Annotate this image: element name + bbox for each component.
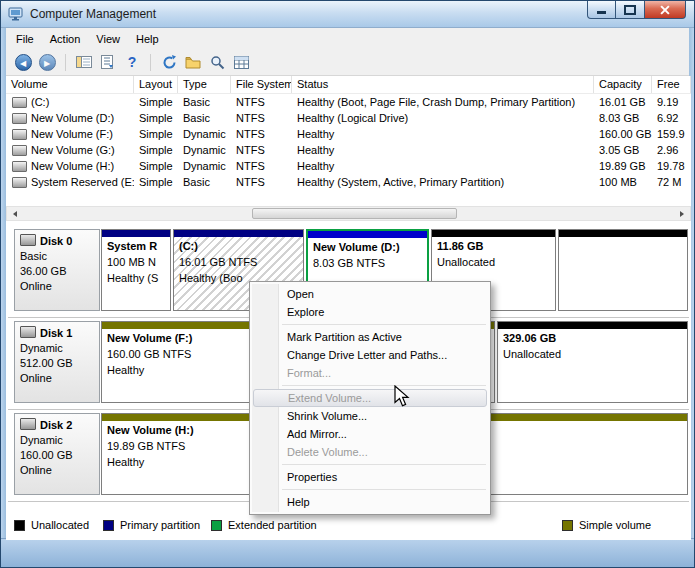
partition-h[interactable]: New Volume (H:) 19.89 GB NTFS Healthy xyxy=(101,413,251,495)
legend-extended-partition: Extended partition xyxy=(211,519,317,531)
primary-partition-strip xyxy=(102,230,170,237)
context-menu-item-explore[interactable]: Explore xyxy=(253,303,487,321)
volume-free: 159.9 xyxy=(652,128,691,140)
find-icon[interactable] xyxy=(206,51,228,73)
disk-label: Disk 1 xyxy=(40,327,72,339)
mouse-cursor xyxy=(394,385,411,409)
horizontal-scrollbar[interactable] xyxy=(6,206,691,221)
volume-file-system: NTFS xyxy=(231,128,292,140)
disk-label: Disk 0 xyxy=(40,235,72,247)
scroll-right-icon[interactable] xyxy=(674,207,690,220)
legend-bar: Unallocated Primary partition Extended p… xyxy=(6,512,691,540)
disk-size: 160.00 GB xyxy=(20,448,94,463)
disk-info-disk1[interactable]: Disk 1 Dynamic 512.00 GB Online xyxy=(14,321,100,403)
unallocated-strip xyxy=(432,230,555,237)
volume-free: 19.78 xyxy=(652,160,691,172)
menu-bar: File Action View Help xyxy=(6,28,689,49)
column-header-volume[interactable]: Volume xyxy=(6,76,134,93)
unallocated-strip xyxy=(559,230,687,237)
volume-row[interactable]: New Volume (F:) Simple Dynamic NTFS Heal… xyxy=(6,126,691,142)
column-header-file-system[interactable]: File System xyxy=(231,76,292,93)
logical-drive-strip xyxy=(308,231,427,238)
partition-system-reserved[interactable]: System R 100 MB N Healthy (S xyxy=(101,229,171,311)
volume-capacity: 19.89 GB xyxy=(594,160,652,172)
context-menu-separator xyxy=(282,464,486,465)
column-header-status[interactable]: Status xyxy=(292,76,594,93)
volume-capacity: 3.05 GB xyxy=(594,144,652,156)
export-list-icon[interactable] xyxy=(97,51,119,73)
context-menu-item-shrink-volume[interactable]: Shrink Volume... xyxy=(253,407,487,425)
context-menu-item-add-mirror[interactable]: Add Mirror... xyxy=(253,425,487,443)
volume-row[interactable]: System Reserved (E:) Simple Basic NTFS H… xyxy=(6,174,691,190)
scrollbar-thumb[interactable] xyxy=(252,208,457,219)
partition-status xyxy=(308,270,427,273)
column-header-capacity[interactable]: Capacity xyxy=(594,76,652,93)
window-title: Computer Management xyxy=(30,7,156,21)
volume-name: New Volume (D:) xyxy=(31,112,114,124)
primary-partition-strip xyxy=(174,230,303,237)
volume-name: New Volume (H:) xyxy=(31,160,114,172)
disk-icon xyxy=(20,234,36,246)
context-menu-item-format: Format... xyxy=(253,364,487,382)
context-menu-separator xyxy=(282,385,486,386)
context-menu-item-mark-partition-active[interactable]: Mark Partition as Active xyxy=(253,328,487,346)
menu-action[interactable]: Action xyxy=(42,30,89,48)
volume-row[interactable]: New Volume (G:) Simple Dynamic NTFS Heal… xyxy=(6,142,691,158)
volume-layout: Simple xyxy=(134,112,178,124)
context-menu-separator xyxy=(282,324,486,325)
legend-primary-partition: Primary partition xyxy=(103,519,200,531)
partition-unallocated[interactable] xyxy=(558,229,688,311)
toolbar: ? xyxy=(6,49,689,76)
volume-type: Basic xyxy=(178,112,231,124)
drive-icon xyxy=(12,161,27,172)
context-menu-item-change-drive-letter[interactable]: Change Drive Letter and Paths... xyxy=(253,346,487,364)
legend-swatch xyxy=(103,520,114,531)
maximize-button[interactable] xyxy=(616,1,644,19)
show-table-icon[interactable] xyxy=(230,51,252,73)
volume-file-system: NTFS xyxy=(231,112,292,124)
show-console-tree-icon[interactable] xyxy=(73,51,95,73)
volume-status: Healthy (Boot, Page File, Crash Dump, Pr… xyxy=(292,96,594,108)
title-bar[interactable]: Computer Management xyxy=(1,1,694,28)
disk-info-disk2[interactable]: Disk 2 Dynamic 160.00 GB Online xyxy=(14,413,100,495)
toolbar-separator xyxy=(150,54,151,71)
volume-free: 2.96 xyxy=(652,144,691,156)
legend-swatch xyxy=(14,520,25,531)
minimize-button[interactable] xyxy=(587,1,616,19)
drive-icon xyxy=(12,129,27,140)
context-menu-item-properties[interactable]: Properties xyxy=(253,468,487,486)
column-header-free[interactable]: Free xyxy=(652,76,691,93)
open-folder-icon[interactable] xyxy=(182,51,204,73)
column-header-layout[interactable]: Layout xyxy=(134,76,178,93)
volume-row[interactable]: New Volume (D:) Simple Basic NTFS Health… xyxy=(6,110,691,126)
context-menu-item-help[interactable]: Help xyxy=(253,493,487,511)
volume-layout: Simple xyxy=(134,96,178,108)
help-icon[interactable]: ? xyxy=(121,51,143,73)
volume-layout: Simple xyxy=(134,160,178,172)
partition-unallocated[interactable]: 329.06 GB Unallocated xyxy=(497,321,688,403)
disk-status: Online xyxy=(20,463,94,478)
menu-file[interactable]: File xyxy=(8,30,42,48)
menu-help[interactable]: Help xyxy=(128,30,167,48)
volume-row[interactable]: (C:) Simple Basic NTFS Healthy (Boot, Pa… xyxy=(6,94,691,110)
back-icon[interactable] xyxy=(12,51,34,73)
volume-status: Healthy (Logical Drive) xyxy=(292,112,594,124)
volume-list-header: Volume Layout Type File System Status Ca… xyxy=(6,76,691,94)
close-button[interactable] xyxy=(644,1,686,19)
disk-info-disk0[interactable]: Disk 0 Basic 36.00 GB Online xyxy=(14,229,100,311)
volume-type: Dynamic xyxy=(178,144,231,156)
volume-type: Basic xyxy=(178,176,231,188)
volume-file-system: NTFS xyxy=(231,96,292,108)
simple-volume-strip xyxy=(102,414,250,421)
context-menu-item-open[interactable]: Open xyxy=(253,285,487,303)
scroll-left-icon[interactable] xyxy=(7,207,23,220)
partition-size: 8.03 GB NTFS xyxy=(308,254,427,270)
menu-view[interactable]: View xyxy=(88,30,128,48)
column-header-type[interactable]: Type xyxy=(178,76,231,93)
refresh-icon[interactable] xyxy=(158,51,180,73)
volume-capacity: 100 MB xyxy=(594,176,652,188)
volume-row[interactable]: New Volume (H:) Simple Dynamic NTFS Heal… xyxy=(6,158,691,174)
window-content: File Action View Help ? xyxy=(6,28,689,539)
volume-type: Basic xyxy=(178,96,231,108)
forward-icon[interactable] xyxy=(36,51,58,73)
